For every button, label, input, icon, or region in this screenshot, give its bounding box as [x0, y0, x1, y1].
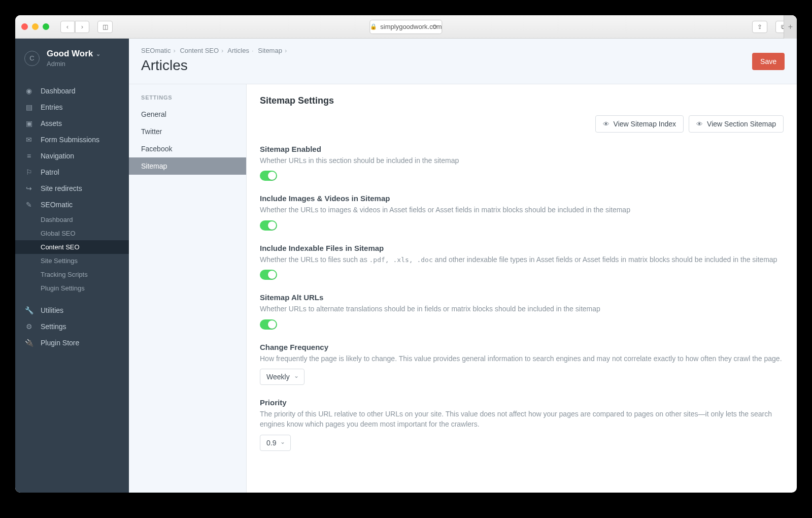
nav-plugin-store[interactable]: 🔌Plugin Store	[15, 335, 129, 351]
browser-window: ‹ › ◫ 🔒 simplygoodwork.com ⟳ ⇪ ⧉ + C Goo…	[15, 15, 797, 493]
section-title: Sitemap Settings	[260, 95, 784, 106]
nav-patrol[interactable]: ⚐Patrol	[15, 164, 129, 180]
crumb[interactable]: Sitemap	[258, 47, 282, 54]
tab-twitter[interactable]: Twitter	[129, 123, 246, 140]
save-button[interactable]: Save	[752, 53, 785, 70]
field-help: The priority of this URL relative to oth…	[260, 409, 784, 430]
main: SEOmatic› Content SEO› Articles· Sitemap…	[129, 39, 797, 493]
nav-assets[interactable]: ▣Assets	[15, 115, 129, 132]
brand-role: Admin	[47, 60, 100, 68]
tab-facebook[interactable]: Facebook	[129, 140, 246, 157]
field-change-frequency: Change Frequency How frequently the page…	[260, 343, 784, 385]
app-sidebar: C Good Work ⌄ Admin ◉Dashboard ▤Entries …	[15, 39, 129, 493]
page-body: SETTINGS General Twitter Facebook Sitema…	[129, 84, 797, 493]
eye-icon: 👁	[696, 120, 703, 128]
tab-sitemap[interactable]: Sitemap	[129, 157, 246, 175]
share-button[interactable]: ⇪	[752, 21, 767, 33]
new-tab-button[interactable]: +	[784, 15, 797, 39]
field-help: Whether URLs to alternate translations s…	[260, 304, 784, 314]
gear-icon: ⚙	[24, 322, 33, 331]
view-section-sitemap-button[interactable]: 👁 View Section Sitemap	[689, 115, 784, 133]
subnav-content-seo[interactable]: Content SEO	[15, 240, 129, 254]
toggle-alt-urls[interactable]	[260, 319, 277, 330]
nav-site-redirects[interactable]: ↪Site redirects	[15, 180, 129, 197]
select-priority[interactable]: 0.9	[260, 435, 291, 451]
subnav-site-settings[interactable]: Site Settings	[15, 254, 129, 268]
toggle-include-files[interactable]	[260, 270, 277, 280]
gauge-icon: ◉	[24, 87, 33, 95]
field-priority: Priority The priority of this URL relati…	[260, 398, 784, 451]
wrench-icon: 🔧	[24, 306, 33, 314]
nav-buttons: ‹ ›	[60, 21, 89, 33]
field-help: Whether URLs in this section should be i…	[260, 155, 784, 166]
view-buttons: 👁 View Sitemap Index 👁 View Section Site…	[260, 115, 784, 133]
field-help: Whether the URLs to images & videos in A…	[260, 205, 784, 215]
breadcrumbs: SEOmatic› Content SEO› Articles· Sitemap…	[141, 47, 785, 54]
brand-name: Good Work ⌄	[47, 49, 100, 59]
page-title: Articles	[141, 57, 785, 74]
crumb[interactable]: SEOmatic	[141, 47, 171, 54]
field-label: Sitemap Enabled	[260, 145, 784, 153]
crumb[interactable]: Content SEO	[180, 47, 219, 54]
seomatic-subnav: Dashboard Global SEO Content SEO Site Se…	[15, 213, 129, 295]
plug-icon: 🔌	[24, 339, 33, 347]
nav-entries[interactable]: ▤Entries	[15, 99, 129, 115]
field-alt-urls: Sitemap Alt URLs Whether URLs to alterna…	[260, 293, 784, 329]
nav-navigation[interactable]: ≡Navigation	[15, 148, 129, 164]
tab-general[interactable]: General	[129, 106, 246, 123]
field-label: Change Frequency	[260, 343, 784, 351]
reload-icon[interactable]: ⟳	[432, 23, 438, 30]
subnav-global-seo[interactable]: Global SEO	[15, 226, 129, 240]
subnav-tracking-scripts[interactable]: Tracking Scripts	[15, 268, 129, 281]
field-include-files: Include Indexable Files in Sitemap Wheth…	[260, 244, 784, 280]
toggle-sitemap-enabled[interactable]	[260, 171, 277, 181]
address-bar[interactable]: 🔒 simplygoodwork.com ⟳	[369, 20, 442, 34]
subnav-plugin-settings[interactable]: Plugin Settings	[15, 281, 129, 295]
primary-nav: ◉Dashboard ▤Entries ▣Assets ✉Form Submis…	[15, 75, 129, 351]
redirect-icon: ↪	[24, 184, 33, 192]
select-change-frequency[interactable]: Weekly	[260, 369, 304, 385]
subnav-dashboard[interactable]: Dashboard	[15, 213, 129, 226]
brand-avatar: C	[24, 51, 40, 66]
field-label: Sitemap Alt URLs	[260, 293, 784, 302]
close-window-icon[interactable]	[21, 23, 28, 30]
code-extensions: .pdf, .xls, .doc	[369, 256, 433, 264]
titlebar: ‹ › ◫ 🔒 simplygoodwork.com ⟳ ⇪ ⧉ +	[15, 15, 797, 39]
minimize-window-icon[interactable]	[32, 23, 39, 30]
eye-icon: 👁	[603, 120, 610, 128]
nav-settings[interactable]: ⚙Settings	[15, 318, 129, 335]
settings-tabs: SETTINGS General Twitter Facebook Sitema…	[129, 84, 247, 493]
view-sitemap-index-button[interactable]: 👁 View Sitemap Index	[595, 115, 684, 133]
field-sitemap-enabled: Sitemap Enabled Whether URLs in this sec…	[260, 145, 784, 181]
nav-form-submissions[interactable]: ✉Form Submissions	[15, 132, 129, 148]
seo-icon: ✎	[24, 201, 33, 209]
content-area: C Good Work ⌄ Admin ◉Dashboard ▤Entries …	[15, 39, 797, 493]
field-help: Whether the URLs to files such as .pdf, …	[260, 254, 784, 265]
nav-seomatic[interactable]: ✎SEOmatic	[15, 197, 129, 213]
field-help: How frequently the page is likely to cha…	[260, 353, 784, 364]
inbox-icon: ✉	[24, 136, 33, 144]
settings-heading: SETTINGS	[129, 94, 246, 106]
lock-icon: 🔒	[370, 23, 377, 30]
field-label: Priority	[260, 398, 784, 407]
forward-button[interactable]: ›	[75, 21, 89, 33]
maximize-window-icon[interactable]	[43, 23, 49, 30]
back-button[interactable]: ‹	[60, 21, 75, 33]
image-icon: ▣	[24, 119, 33, 127]
toggle-include-images[interactable]	[260, 220, 277, 231]
chevron-down-icon: ⌄	[96, 51, 100, 57]
field-include-images: Include Images & Videos in Sitemap Wheth…	[260, 194, 784, 230]
field-label: Include Images & Videos in Sitemap	[260, 194, 784, 203]
nav-utilities[interactable]: 🔧Utilities	[15, 302, 129, 318]
nav-dashboard[interactable]: ◉Dashboard	[15, 83, 129, 99]
sidebar-toggle-button[interactable]: ◫	[97, 21, 113, 33]
form-area: Sitemap Settings 👁 View Sitemap Index 👁 …	[247, 84, 797, 493]
menu-icon: ≡	[24, 152, 33, 160]
newspaper-icon: ▤	[24, 103, 33, 111]
brand-block[interactable]: C Good Work ⌄ Admin	[15, 39, 129, 75]
flag-icon: ⚐	[24, 168, 33, 176]
field-label: Include Indexable Files in Sitemap	[260, 244, 784, 252]
traffic-lights	[21, 23, 49, 30]
crumb[interactable]: Articles	[227, 47, 249, 54]
page-header: SEOmatic› Content SEO› Articles· Sitemap…	[129, 39, 797, 84]
